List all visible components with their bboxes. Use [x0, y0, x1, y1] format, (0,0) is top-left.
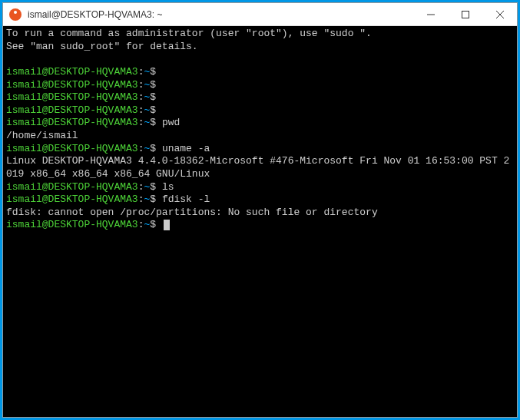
maximize-button[interactable]	[448, 3, 482, 25]
terminal-output-line: Linux DESKTOP-HQVAMA3 4.4.0-18362-Micros…	[6, 155, 514, 180]
prompt-user-host: ismail@DESKTOP-HQVAMA3	[6, 91, 138, 103]
titlebar[interactable]: ismail@DESKTOP-HQVAMA3: ~	[3, 3, 517, 26]
minimize-icon	[427, 11, 435, 18]
terminal-command: pwd	[162, 117, 180, 128]
prompt-dollar: $	[150, 104, 156, 116]
close-icon	[496, 11, 504, 18]
terminal-output-line: To run a command as administrator (user …	[6, 28, 514, 41]
prompt-dollar: $	[150, 79, 156, 91]
prompt-dollar: $	[150, 181, 156, 193]
terminal-output-line	[6, 53, 514, 66]
cursor	[164, 220, 170, 230]
terminal-prompt-line: ismail@DESKTOP-HQVAMA3:~$	[6, 219, 514, 232]
window-controls	[413, 3, 517, 25]
terminal-output-line: fdisk: cannot open /proc/partitions: No …	[6, 207, 514, 220]
prompt-user-host: ismail@DESKTOP-HQVAMA3	[6, 66, 138, 78]
terminal-window: ismail@DESKTOP-HQVAMA3: ~ To run a comma…	[2, 2, 518, 418]
terminal-prompt-line: ismail@DESKTOP-HQVAMA3:~$ uname -a	[6, 143, 514, 156]
svg-rect-1	[462, 11, 469, 18]
terminal-area[interactable]: To run a command as administrator (user …	[3, 26, 517, 417]
prompt-user-host: ismail@DESKTOP-HQVAMA3	[6, 104, 138, 116]
prompt-user-host: ismail@DESKTOP-HQVAMA3	[6, 79, 138, 91]
prompt-dollar: $	[150, 143, 156, 154]
prompt-user-host: ismail@DESKTOP-HQVAMA3	[6, 181, 138, 193]
terminal-output-line: /home/ismail	[6, 130, 514, 143]
prompt-user-host: ismail@DESKTOP-HQVAMA3	[6, 219, 138, 230]
terminal-prompt-line: ismail@DESKTOP-HQVAMA3:~$	[6, 79, 514, 92]
prompt-dollar: $	[150, 219, 156, 230]
terminal-prompt-line: ismail@DESKTOP-HQVAMA3:~$	[6, 91, 514, 104]
maximize-icon	[462, 11, 469, 18]
minimize-button[interactable]	[413, 3, 448, 25]
terminal-prompt-line: ismail@DESKTOP-HQVAMA3:~$	[6, 66, 514, 79]
prompt-user-host: ismail@DESKTOP-HQVAMA3	[6, 193, 138, 205]
terminal-prompt-line: ismail@DESKTOP-HQVAMA3:~$ ls	[6, 181, 514, 194]
terminal-command: uname -a	[162, 143, 210, 154]
window-title: ismail@DESKTOP-HQVAMA3: ~	[28, 9, 413, 20]
prompt-dollar: $	[150, 117, 156, 128]
ubuntu-icon	[9, 8, 22, 21]
terminal-command: fdisk -l	[162, 193, 210, 205]
prompt-user-host: ismail@DESKTOP-HQVAMA3	[6, 143, 138, 154]
terminal-output-line: See "man sudo_root" for details.	[6, 41, 514, 54]
terminal-prompt-line: ismail@DESKTOP-HQVAMA3:~$ fdisk -l	[6, 193, 514, 207]
terminal-command: ls	[162, 181, 174, 193]
close-button[interactable]	[482, 3, 517, 25]
terminal-prompt-line: ismail@DESKTOP-HQVAMA3:~$ pwd	[6, 117, 514, 130]
prompt-dollar: $	[150, 66, 156, 78]
prompt-user-host: ismail@DESKTOP-HQVAMA3	[6, 117, 138, 128]
prompt-dollar: $	[150, 193, 156, 205]
prompt-dollar: $	[150, 91, 156, 103]
terminal-prompt-line: ismail@DESKTOP-HQVAMA3:~$	[6, 104, 514, 117]
